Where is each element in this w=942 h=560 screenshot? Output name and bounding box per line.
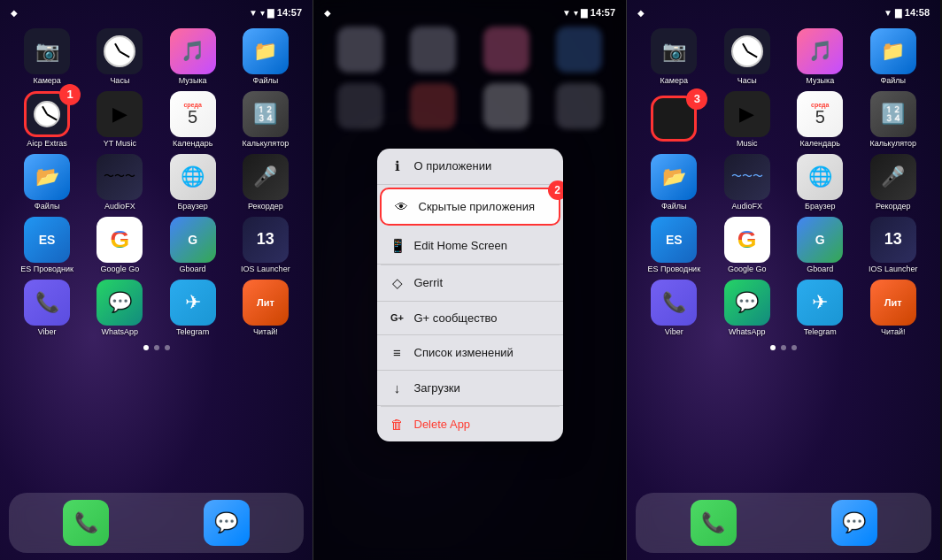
viber-label-1: Viber <box>38 328 57 337</box>
whatsapp-icon-3: 💬 <box>724 280 770 326</box>
battery-icon-2: ▇ <box>581 8 588 18</box>
app-browser-1[interactable]: 🌐 Браузер <box>163 154 223 211</box>
app-files-3[interactable]: 📁 Файлы <box>863 28 923 86</box>
signal-icon-3: ◆ <box>637 8 645 18</box>
app-viber-1[interactable]: 📞 Viber <box>17 280 77 337</box>
app-viber-3[interactable]: 📞 Viber <box>644 280 704 337</box>
files-icon-3: 📁 <box>870 28 916 74</box>
app-ytmusic-3[interactable]: ▶ Music <box>717 91 777 149</box>
app-telegram-3[interactable]: ✈ Telegram <box>790 280 850 337</box>
location-icon-2: ◆ <box>324 8 331 18</box>
dock-1: 📞 💬 <box>9 493 304 553</box>
wifi-icon-3: ▼ <box>884 8 892 18</box>
ytmusic-label-3: Music <box>737 140 758 149</box>
app-ytmusic-1[interactable]: ▶ YT Music <box>89 91 150 149</box>
calc-label-1: Калькулятор <box>243 140 290 149</box>
app-camera-1[interactable]: 📷 Камера <box>17 28 77 86</box>
aicp-clock-1 <box>34 101 60 127</box>
app-fmanager-1[interactable]: 📂 Файлы <box>17 154 77 211</box>
ios-icon-3: 13 <box>870 217 916 263</box>
app-google-3[interactable]: G Google Go <box>717 217 777 274</box>
blurred-icon-2-7 <box>483 83 529 129</box>
app-row-1-1: 📷 Камера Часы 🎵 Музыка 📁 Файлы <box>11 28 302 86</box>
app-music-1[interactable]: 🎵 Музыка <box>163 28 223 86</box>
phone-panel-3: ◆ ▼ ▇ 14:58 📷 Камера Часы <box>627 0 940 560</box>
menu-hidden-apps[interactable]: 👁 Скрытые приложения 2 <box>380 188 560 226</box>
gplus-label: G+ сообщество <box>414 311 498 325</box>
viber-icon-1: 📞 <box>24 280 70 326</box>
downloads-label: Загрузки <box>414 381 460 395</box>
menu-about[interactable]: ℹ О приложении <box>377 149 563 185</box>
status-bar-3: ◆ ▼ ▇ 14:58 <box>627 0 940 23</box>
dock-phone-3[interactable]: 📞 <box>683 500 744 546</box>
app-gboard-1[interactable]: G Gboard <box>163 217 223 274</box>
dot-3-2 <box>781 345 786 350</box>
music-label-1: Музыка <box>179 77 207 86</box>
app-ios-1[interactable]: 13 IOS Launcher <box>236 217 296 274</box>
dock-messages-1[interactable]: 💬 <box>197 500 257 546</box>
app-empty-3[interactable]: 3 <box>644 96 704 144</box>
telegram-icon-1: ✈ <box>170 280 216 326</box>
calendar-label-1: Календарь <box>173 140 212 149</box>
menu-downloads[interactable]: ↓ Загрузки <box>377 371 563 406</box>
dock-messages-3[interactable]: 💬 <box>824 500 884 546</box>
app-recorder-3[interactable]: 🎤 Рекордер <box>863 154 923 211</box>
app-chitai-3[interactable]: Лит Читай! <box>863 280 923 337</box>
ytmusic-icon-3: ▶ <box>724 91 770 137</box>
whatsapp-label-1: WhatsApp <box>102 328 139 337</box>
app-row-3-4: ES ES Проводник G Google Go G Gboard 13 … <box>637 217 930 274</box>
app-audiofx-3[interactable]: 〜〜〜 AudioFX <box>717 154 777 211</box>
app-browser-3[interactable]: 🌐 Браузер <box>790 154 850 211</box>
app-row-3-1: 📷 Камера Часы 🎵 Музыка 📁 Файлы <box>637 28 930 86</box>
files-label-3: Файлы <box>880 77 906 86</box>
app-aicp-1[interactable]: 1 Aicp Extras <box>17 91 77 149</box>
signal-icon-1: ▼ <box>249 8 258 18</box>
clock-icon-1 <box>97 28 143 74</box>
app-es-3[interactable]: ES ES Проводник <box>644 217 704 274</box>
menu-edit-home[interactable]: 📱 Edit Home Screen <box>377 228 563 265</box>
app-clock-1[interactable]: Часы <box>89 28 150 86</box>
status-bar-1: ◆ ▼ ▾ ▇ 14:57 <box>0 0 313 23</box>
app-es-1[interactable]: ES ES Проводник <box>17 217 77 274</box>
app-files-1[interactable]: 📁 Файлы <box>236 28 296 86</box>
menu-delete[interactable]: 🗑 Delete App <box>377 407 563 441</box>
app-calendar-1[interactable]: среда 5 Календарь <box>163 91 223 149</box>
battery-icon-1: ▇ <box>267 8 274 18</box>
app-google-1[interactable]: G Google Go <box>89 217 150 274</box>
gerrit-label: Gerrit <box>414 276 444 289</box>
app-calendar-3[interactable]: среда 5 Календарь <box>790 91 850 149</box>
app-gboard-3[interactable]: G Gboard <box>790 217 850 274</box>
menu-gerrit[interactable]: ◇ Gerrit <box>377 265 563 302</box>
app-row-3-3: 📂 Файлы 〜〜〜 AudioFX 🌐 Браузер 🎤 Рекордер <box>637 154 930 211</box>
browser-label-3: Браузер <box>805 203 835 211</box>
dock-phone-1[interactable]: 📞 <box>56 500 116 546</box>
recorder-label-3: Рекордер <box>876 203 911 211</box>
menu-gplus[interactable]: G+ G+ сообщество <box>377 302 563 335</box>
camera-icon-1: 📷 <box>24 28 70 74</box>
app-recorder-1[interactable]: 🎤 Рекордер <box>236 154 296 211</box>
app-ios-3[interactable]: 13 IOS Launcher <box>863 217 923 274</box>
app-chitai-1[interactable]: Лит Читай! <box>236 280 296 337</box>
app-calc-3[interactable]: 🔢 Калькулятор <box>863 91 923 149</box>
app-calc-1[interactable]: 🔢 Калькулятор <box>236 91 296 149</box>
app-whatsapp-1[interactable]: 💬 WhatsApp <box>89 280 150 337</box>
app-music-3[interactable]: 🎵 Музыка <box>790 28 850 86</box>
recorder-label-1: Рекордер <box>248 203 283 211</box>
app-telegram-1[interactable]: ✈ Telegram <box>163 280 223 337</box>
clock-label-1: Часы <box>110 77 129 86</box>
app-whatsapp-3[interactable]: 💬 WhatsApp <box>717 280 777 337</box>
audiofx-label-3: AudioFX <box>731 203 762 211</box>
calc-icon-3: 🔢 <box>870 91 916 137</box>
app-camera-3[interactable]: 📷 Камера <box>644 28 704 86</box>
menu-changelog[interactable]: ≡ Список изменений <box>377 335 563 371</box>
app-audiofx-1[interactable]: 〜〜〜 AudioFX <box>89 154 150 211</box>
app-clock-3[interactable]: Часы <box>717 28 777 86</box>
dot-1-active <box>143 345 149 350</box>
telegram-label-3: Telegram <box>804 328 837 337</box>
about-icon: ℹ <box>390 158 405 174</box>
time-1: 14:57 <box>277 7 302 18</box>
app-fmanager-3[interactable]: 📂 Файлы <box>644 154 704 211</box>
blurred-row-2-2 <box>324 83 615 129</box>
dot-3-active <box>770 345 776 350</box>
ytmusic-label-1: YT Music <box>104 140 136 149</box>
